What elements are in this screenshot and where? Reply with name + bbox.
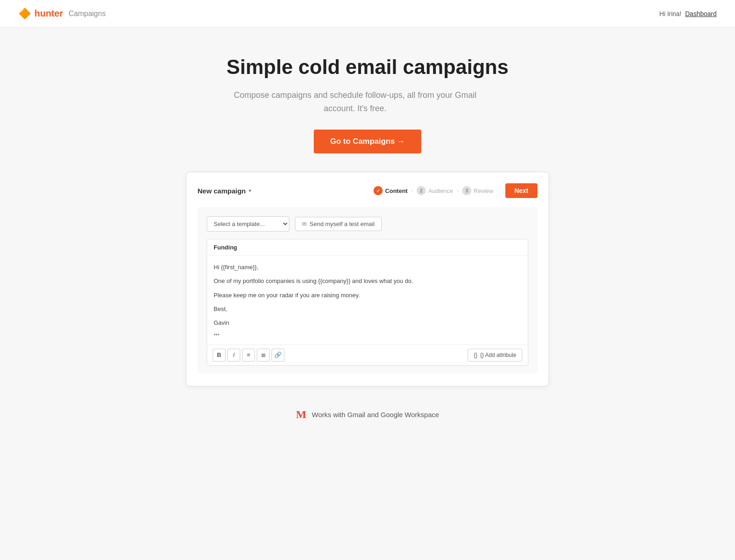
step-content-label: Content	[385, 187, 407, 194]
dots-line: •••	[214, 332, 521, 338]
name-line: Gavin	[214, 318, 521, 328]
header: 🔶 hunter Campaigns Hi Irina! Dashboard	[0, 0, 735, 28]
gmail-m-icon: M	[296, 408, 306, 421]
editor-toolbar: B I ≡ ≣ 🔗 {} {} Add attribute	[207, 345, 528, 365]
unordered-list-button[interactable]: ≡	[242, 349, 255, 362]
email-body[interactable]: Hi {{first_name}}, One of my portfolio c…	[207, 256, 528, 344]
hunter-logo-icon: 🔶	[18, 8, 31, 20]
step-audience-label: Audience	[428, 187, 453, 194]
step-content-circle: ✓	[373, 186, 383, 195]
footer-area: M Works with Gmail and Google Workspace	[296, 408, 439, 421]
step-review: 3 Review	[462, 186, 493, 195]
template-row: Select a template... Funding Partnership…	[207, 216, 528, 232]
campaign-chevron-icon[interactable]: ▾	[249, 187, 251, 194]
step-audience-circle: 2	[417, 186, 426, 195]
email-editor: Funding Hi {{first_name}}, One of my por…	[207, 239, 528, 365]
step-review-circle: 3	[462, 186, 471, 195]
main-content: Simple cold email campaigns Compose camp…	[0, 28, 735, 439]
hero-subtitle: Compose campaigns and schedule follow-up…	[226, 89, 484, 115]
step-arrow-2: ›	[457, 188, 458, 193]
body-line-3: Please keep me on your radar if you are …	[214, 290, 521, 300]
hero-title: Simple cold email campaigns	[226, 55, 509, 79]
email-subject[interactable]: Funding	[207, 239, 528, 256]
stepper: ✓ Content › 2 Audience › 3 Review Next	[373, 183, 537, 198]
campaigns-label: Campaigns	[68, 10, 106, 18]
logo-text: hunter	[34, 8, 63, 19]
step-content: ✓ Content	[373, 186, 407, 195]
dashboard-link[interactable]: Dashboard	[685, 10, 717, 17]
hero-cta: Go to Campaigns →	[226, 130, 509, 153]
campaign-body: Select a template... Funding Partnership…	[198, 207, 537, 373]
campaign-card: New campaign ▾ ✓ Content › 2 Audience ›	[186, 172, 549, 386]
toolbar-buttons: B I ≡ ≣ 🔗	[213, 349, 284, 362]
body-line-1: Hi {{first_name}},	[214, 262, 521, 272]
gmail-label: Works with Gmail and Google Workspace	[312, 411, 439, 419]
go-to-campaigns-button[interactable]: Go to Campaigns →	[314, 130, 421, 153]
curly-braces-icon: {}	[474, 352, 477, 358]
ordered-list-button[interactable]: ≣	[257, 349, 270, 362]
step-review-label: Review	[474, 187, 493, 194]
add-attribute-button[interactable]: {} {} Add attribute	[468, 349, 522, 362]
body-line-2: One of my portfolio companies is using {…	[214, 276, 521, 286]
email-icon: ✉	[302, 221, 307, 227]
header-right: Hi Irina! Dashboard	[659, 10, 717, 17]
best-line: Best,	[214, 304, 521, 314]
campaign-header: New campaign ▾ ✓ Content › 2 Audience ›	[198, 183, 537, 198]
signature: Best, Gavin	[214, 304, 521, 328]
step-arrow-1: ›	[411, 188, 413, 193]
checkmark-icon: ✓	[376, 188, 380, 193]
step-audience: 2 Audience	[417, 186, 453, 195]
greeting-text: Hi Irina!	[659, 10, 681, 17]
campaign-title-area: New campaign ▾	[198, 187, 251, 195]
add-attribute-label: {} Add attribute	[480, 352, 516, 358]
send-test-email-button[interactable]: ✉ Send myself a test email	[295, 217, 382, 231]
next-button[interactable]: Next	[505, 183, 537, 198]
link-button[interactable]: 🔗	[271, 349, 284, 362]
template-select[interactable]: Select a template... Funding Partnership…	[207, 216, 289, 232]
logo-area: 🔶 hunter Campaigns	[18, 8, 106, 20]
bold-button[interactable]: B	[213, 349, 226, 362]
italic-button[interactable]: I	[227, 349, 240, 362]
campaign-title: New campaign	[198, 187, 246, 195]
test-email-label: Send myself a test email	[310, 221, 375, 227]
hero-section: Simple cold email campaigns Compose camp…	[226, 55, 509, 153]
